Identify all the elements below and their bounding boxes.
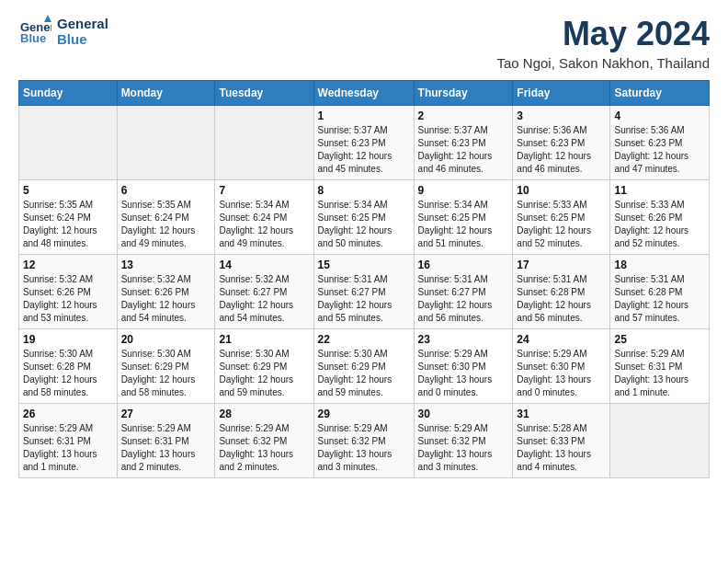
calendar-cell: 25Sunrise: 5:29 AM Sunset: 6:31 PM Dayli…	[610, 329, 710, 404]
day-info: Sunrise: 5:29 AM Sunset: 6:32 PM Dayligh…	[219, 422, 309, 474]
calendar-cell: 13Sunrise: 5:32 AM Sunset: 6:26 PM Dayli…	[117, 255, 215, 329]
calendar-cell: 27Sunrise: 5:29 AM Sunset: 6:31 PM Dayli…	[117, 404, 215, 478]
day-info: Sunrise: 5:32 AM Sunset: 6:26 PM Dayligh…	[121, 273, 211, 325]
calendar-week-row: 26Sunrise: 5:29 AM Sunset: 6:31 PM Dayli…	[19, 404, 710, 478]
weekday-header: Friday	[513, 81, 610, 106]
day-number: 16	[418, 259, 509, 271]
title-block: May 2024 Tao Ngoi, Sakon Nakhon, Thailan…	[496, 15, 710, 71]
weekday-header: Tuesday	[215, 81, 313, 106]
day-info: Sunrise: 5:29 AM Sunset: 6:30 PM Dayligh…	[517, 348, 606, 399]
day-info: Sunrise: 5:29 AM Sunset: 6:30 PM Dayligh…	[418, 348, 509, 399]
day-info: Sunrise: 5:29 AM Sunset: 6:31 PM Dayligh…	[614, 348, 705, 399]
day-info: Sunrise: 5:31 AM Sunset: 6:27 PM Dayligh…	[318, 273, 410, 325]
calendar-cell: 19Sunrise: 5:30 AM Sunset: 6:28 PM Dayli…	[19, 329, 118, 404]
day-number: 6	[121, 184, 211, 197]
day-info: Sunrise: 5:35 AM Sunset: 6:24 PM Dayligh…	[121, 199, 211, 250]
day-number: 3	[517, 109, 606, 122]
calendar-cell: 20Sunrise: 5:30 AM Sunset: 6:29 PM Dayli…	[117, 329, 215, 404]
day-info: Sunrise: 5:37 AM Sunset: 6:23 PM Dayligh…	[318, 124, 410, 176]
day-info: Sunrise: 5:34 AM Sunset: 6:25 PM Dayligh…	[318, 199, 410, 250]
calendar-cell: 31Sunrise: 5:28 AM Sunset: 6:33 PM Dayli…	[513, 404, 610, 478]
calendar-cell: 8Sunrise: 5:34 AM Sunset: 6:25 PM Daylig…	[313, 180, 414, 255]
day-number: 25	[614, 333, 705, 346]
day-info: Sunrise: 5:34 AM Sunset: 6:25 PM Dayligh…	[418, 199, 509, 250]
day-number: 28	[219, 408, 309, 420]
page-header: General Blue General Blue May 2024 Tao N…	[18, 15, 710, 71]
calendar-cell: 12Sunrise: 5:32 AM Sunset: 6:26 PM Dayli…	[19, 255, 118, 329]
day-number: 1	[318, 109, 410, 122]
svg-marker-2	[44, 15, 51, 22]
day-number: 19	[23, 333, 113, 346]
calendar-body: 1Sunrise: 5:37 AM Sunset: 6:23 PM Daylig…	[19, 106, 710, 478]
day-number: 10	[517, 184, 606, 197]
calendar-cell: 16Sunrise: 5:31 AM Sunset: 6:27 PM Dayli…	[414, 255, 513, 329]
calendar-cell: 29Sunrise: 5:29 AM Sunset: 6:32 PM Dayli…	[313, 404, 414, 478]
calendar-cell	[610, 404, 710, 478]
day-number: 31	[517, 408, 606, 420]
calendar-table: SundayMondayTuesdayWednesdayThursdayFrid…	[18, 80, 710, 478]
day-info: Sunrise: 5:30 AM Sunset: 6:29 PM Dayligh…	[318, 348, 410, 399]
day-number: 15	[318, 259, 410, 271]
day-info: Sunrise: 5:32 AM Sunset: 6:26 PM Dayligh…	[23, 273, 113, 325]
day-number: 5	[23, 184, 113, 197]
day-info: Sunrise: 5:29 AM Sunset: 6:31 PM Dayligh…	[121, 422, 211, 474]
calendar-week-row: 19Sunrise: 5:30 AM Sunset: 6:28 PM Dayli…	[19, 329, 710, 404]
day-number: 22	[318, 333, 410, 346]
day-number: 17	[517, 259, 606, 271]
calendar-cell: 18Sunrise: 5:31 AM Sunset: 6:28 PM Dayli…	[610, 255, 710, 329]
day-number: 9	[418, 184, 509, 197]
day-number: 18	[614, 259, 705, 271]
day-info: Sunrise: 5:31 AM Sunset: 6:27 PM Dayligh…	[418, 273, 509, 325]
day-info: Sunrise: 5:36 AM Sunset: 6:23 PM Dayligh…	[614, 124, 705, 176]
calendar-cell: 14Sunrise: 5:32 AM Sunset: 6:27 PM Dayli…	[215, 255, 313, 329]
day-number: 2	[418, 109, 509, 122]
day-number: 13	[121, 259, 211, 271]
day-info: Sunrise: 5:30 AM Sunset: 6:29 PM Dayligh…	[219, 348, 309, 399]
svg-text:Blue: Blue	[20, 31, 46, 45]
day-number: 27	[121, 408, 211, 420]
calendar-cell: 22Sunrise: 5:30 AM Sunset: 6:29 PM Dayli…	[313, 329, 414, 404]
day-number: 24	[517, 333, 606, 346]
day-number: 20	[121, 333, 211, 346]
calendar-cell: 15Sunrise: 5:31 AM Sunset: 6:27 PM Dayli…	[313, 255, 414, 329]
calendar-cell: 5Sunrise: 5:35 AM Sunset: 6:24 PM Daylig…	[19, 180, 118, 255]
day-number: 29	[318, 408, 410, 420]
day-info: Sunrise: 5:34 AM Sunset: 6:24 PM Dayligh…	[219, 199, 309, 250]
weekday-header: Wednesday	[313, 81, 414, 106]
day-info: Sunrise: 5:31 AM Sunset: 6:28 PM Dayligh…	[517, 273, 606, 325]
day-info: Sunrise: 5:36 AM Sunset: 6:23 PM Dayligh…	[517, 124, 606, 176]
day-number: 30	[418, 408, 509, 420]
weekday-header: Sunday	[19, 81, 118, 106]
calendar-cell: 9Sunrise: 5:34 AM Sunset: 6:25 PM Daylig…	[414, 180, 513, 255]
calendar-week-row: 1Sunrise: 5:37 AM Sunset: 6:23 PM Daylig…	[19, 106, 710, 180]
calendar-cell: 21Sunrise: 5:30 AM Sunset: 6:29 PM Dayli…	[215, 329, 313, 404]
calendar-cell	[215, 106, 313, 180]
day-number: 21	[219, 333, 309, 346]
day-info: Sunrise: 5:37 AM Sunset: 6:23 PM Dayligh…	[418, 124, 509, 176]
calendar-cell: 10Sunrise: 5:33 AM Sunset: 6:25 PM Dayli…	[513, 180, 610, 255]
calendar-header-row: SundayMondayTuesdayWednesdayThursdayFrid…	[19, 81, 710, 106]
day-info: Sunrise: 5:35 AM Sunset: 6:24 PM Dayligh…	[23, 199, 113, 250]
day-number: 26	[23, 408, 113, 420]
calendar-cell: 30Sunrise: 5:29 AM Sunset: 6:32 PM Dayli…	[414, 404, 513, 478]
day-info: Sunrise: 5:33 AM Sunset: 6:25 PM Dayligh…	[517, 199, 606, 250]
calendar-cell	[117, 106, 215, 180]
calendar-cell	[19, 106, 118, 180]
calendar-week-row: 5Sunrise: 5:35 AM Sunset: 6:24 PM Daylig…	[19, 180, 710, 255]
logo-text-line1: General	[57, 16, 108, 31]
weekday-header: Monday	[117, 81, 215, 106]
day-number: 23	[418, 333, 509, 346]
logo-text-line2: Blue	[57, 31, 108, 47]
day-info: Sunrise: 5:31 AM Sunset: 6:28 PM Dayligh…	[614, 273, 705, 325]
day-info: Sunrise: 5:29 AM Sunset: 6:32 PM Dayligh…	[318, 422, 410, 474]
calendar-cell: 17Sunrise: 5:31 AM Sunset: 6:28 PM Dayli…	[513, 255, 610, 329]
calendar-cell: 4Sunrise: 5:36 AM Sunset: 6:23 PM Daylig…	[610, 106, 710, 180]
day-number: 8	[318, 184, 410, 197]
calendar-cell: 6Sunrise: 5:35 AM Sunset: 6:24 PM Daylig…	[117, 180, 215, 255]
day-number: 11	[614, 184, 705, 197]
calendar-cell: 24Sunrise: 5:29 AM Sunset: 6:30 PM Dayli…	[513, 329, 610, 404]
day-info: Sunrise: 5:28 AM Sunset: 6:33 PM Dayligh…	[517, 422, 606, 474]
month-title: May 2024	[496, 15, 710, 53]
day-info: Sunrise: 5:30 AM Sunset: 6:28 PM Dayligh…	[23, 348, 113, 399]
logo-icon: General Blue	[18, 15, 51, 48]
